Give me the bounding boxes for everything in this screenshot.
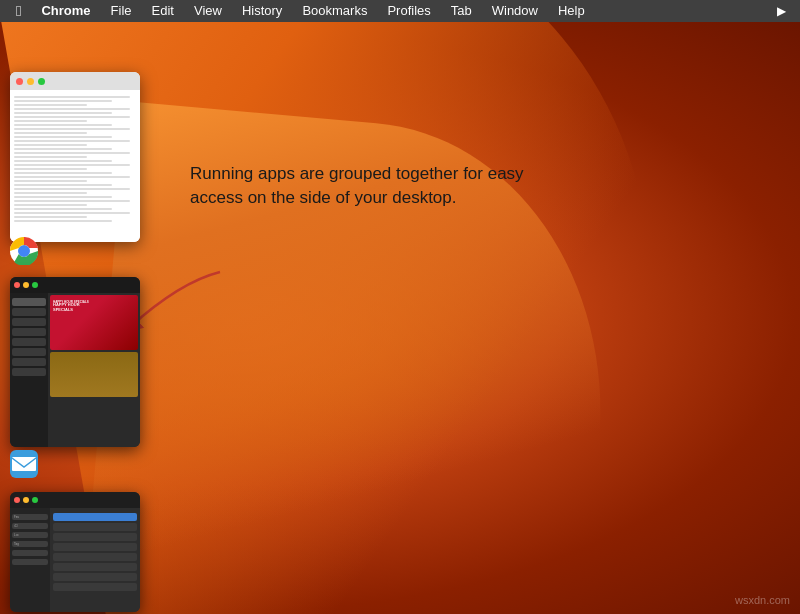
finder-sidebar-item: Fav <box>12 514 48 520</box>
mail-sidebar-item <box>12 358 46 366</box>
menu-history[interactable]: History <box>234 0 290 22</box>
doc-line <box>14 192 87 194</box>
finder-sidebar-item: Loc <box>12 532 48 538</box>
doc-line <box>14 136 112 138</box>
desktop: Running apps are grouped together for ea… <box>0 22 800 614</box>
mail-sidebar-item <box>12 348 46 356</box>
doc-line <box>14 112 112 114</box>
finder-sidebar-item: iCl <box>12 523 48 529</box>
doc-line <box>14 140 130 142</box>
finder-body: Fav iCl Loc Tag <box>10 508 140 612</box>
menu-edit[interactable]: Edit <box>144 0 182 22</box>
doc-line <box>14 156 87 158</box>
finder-item <box>53 553 137 561</box>
chrome-app-icon[interactable] <box>10 237 38 265</box>
doc-line <box>14 180 87 182</box>
doc-line <box>14 152 130 154</box>
doc-line <box>14 204 87 206</box>
svg-point-3 <box>20 247 28 255</box>
doc-line <box>14 108 130 110</box>
doc-line <box>14 120 87 122</box>
chrome-content <box>10 90 140 242</box>
menu-window[interactable]: Window <box>484 0 546 22</box>
mail-sidebar <box>10 293 48 447</box>
mail-thumbnail-food <box>50 352 138 397</box>
doc-line <box>14 184 112 186</box>
menu-help[interactable]: Help <box>550 0 593 22</box>
mail-sidebar-item <box>12 328 46 336</box>
apple-menu-icon[interactable]:  <box>8 0 29 22</box>
doc-line <box>14 116 130 118</box>
chrome-title-bar <box>10 72 140 90</box>
menu-right-arrow: ▶ <box>771 4 792 18</box>
maximize-dot <box>32 497 38 503</box>
finder-item <box>53 543 137 551</box>
mail-sidebar-item <box>12 318 46 326</box>
menu-tab[interactable]: Tab <box>443 0 480 22</box>
doc-line <box>14 212 130 214</box>
finder-sidebar-item: Tag <box>12 541 48 547</box>
close-dot <box>16 78 23 85</box>
doc-line <box>14 144 87 146</box>
doc-line <box>14 164 130 166</box>
doc-line <box>14 216 87 218</box>
doc-line <box>14 208 112 210</box>
menu-view[interactable]: View <box>186 0 230 22</box>
finder-item <box>53 533 137 541</box>
menu-bookmarks[interactable]: Bookmarks <box>294 0 375 22</box>
doc-line <box>14 124 112 126</box>
doc-line <box>14 100 112 102</box>
app-dock: HAPPY HOUR SPECIALS <box>0 62 155 614</box>
mail-sidebar-item <box>12 308 46 316</box>
finder-sidebar-item <box>12 559 48 565</box>
finder-item <box>53 573 137 581</box>
doc-line <box>14 200 130 202</box>
minimize-dot <box>27 78 34 85</box>
finder-item <box>53 513 137 521</box>
mail-app-icon[interactable] <box>10 450 38 478</box>
mail-sidebar-item <box>12 338 46 346</box>
close-dot <box>14 497 20 503</box>
doc-line <box>14 220 112 222</box>
maximize-dot <box>38 78 45 85</box>
finder-content <box>50 508 140 612</box>
finder-item <box>53 583 137 591</box>
doc-line <box>14 132 87 134</box>
mail-body: HAPPY HOUR SPECIALS <box>10 293 140 447</box>
doc-line <box>14 196 112 198</box>
doc-line <box>14 96 130 98</box>
watermark: wsxdn.com <box>735 594 790 606</box>
mail-list: HAPPY HOUR SPECIALS <box>48 293 140 447</box>
doc-line <box>14 148 112 150</box>
doc-line <box>14 188 130 190</box>
chrome-window-thumbnail[interactable] <box>10 72 140 242</box>
minimize-dot <box>23 282 29 288</box>
mail-sidebar-item <box>12 368 46 376</box>
mail-thumbnail-happy-hour: HAPPY HOUR SPECIALS <box>50 295 138 350</box>
finder-sidebar: Fav iCl Loc Tag <box>10 508 50 612</box>
menu-profiles[interactable]: Profiles <box>379 0 438 22</box>
finder-item <box>53 563 137 571</box>
doc-line <box>14 104 87 106</box>
maximize-dot <box>32 282 38 288</box>
minimize-dot <box>23 497 29 503</box>
doc-line <box>14 172 112 174</box>
menu-chrome[interactable]: Chrome <box>33 0 98 22</box>
doc-line <box>14 168 87 170</box>
mail-sidebar-item <box>12 298 46 306</box>
doc-line <box>14 128 130 130</box>
menu-file[interactable]: File <box>103 0 140 22</box>
finder-sidebar-item <box>12 550 48 556</box>
menu-bar:  Chrome File Edit View History Bookmark… <box>0 0 800 22</box>
svg-rect-5 <box>12 457 36 471</box>
finder-title-bar <box>10 492 140 508</box>
doc-line <box>14 160 112 162</box>
mail-window-thumbnail[interactable]: HAPPY HOUR SPECIALS <box>10 277 140 447</box>
finder-window-thumbnail[interactable]: Fav iCl Loc Tag <box>10 492 140 612</box>
finder-item <box>53 523 137 531</box>
annotation-text: Running apps are grouped together for ea… <box>190 162 530 210</box>
doc-line <box>14 176 130 178</box>
mail-title-bar <box>10 277 140 293</box>
close-dot <box>14 282 20 288</box>
